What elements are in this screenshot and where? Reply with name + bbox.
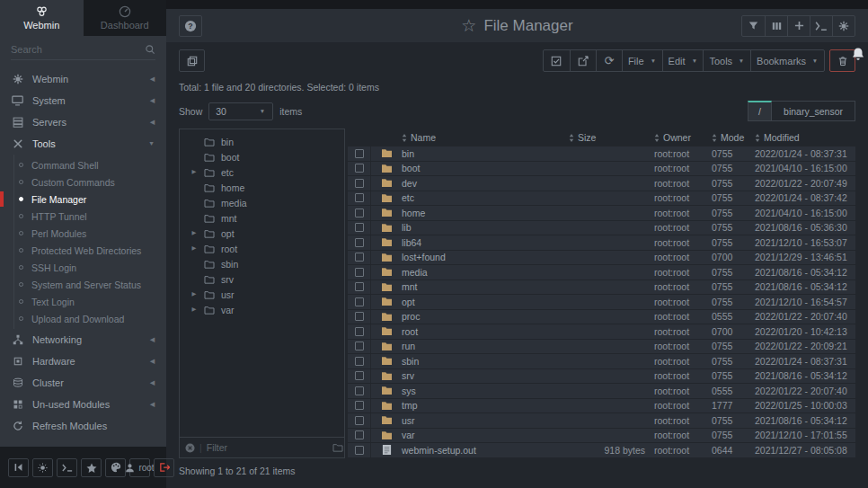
sidebar-item-tools[interactable]: Tools▼	[0, 133, 166, 155]
column-header-mode[interactable]: Mode	[712, 132, 755, 143]
filter-button[interactable]	[742, 16, 765, 36]
file-row-boot[interactable]: bootroot:root07552021/04/10 - 16:15:00	[348, 162, 855, 177]
menu-bookmarks[interactable]: Bookmarks▼	[750, 50, 824, 71]
file-row-dev[interactable]: devroot:root07552022/01/22 - 20:07:49	[348, 176, 855, 191]
breadcrumb-item[interactable]: binary_sensor	[772, 101, 855, 121]
sidebar-item-cluster[interactable]: Cluster◀	[0, 372, 166, 394]
file-row-root[interactable]: rootroot:root07002022/01/20 - 10:42:13	[348, 324, 855, 340]
search-input[interactable]	[11, 44, 145, 55]
collapse-sidebar-button[interactable]	[8, 458, 29, 477]
terminal-button[interactable]	[810, 16, 832, 36]
tree-item-var[interactable]: ▶var	[180, 302, 344, 317]
refresh-button[interactable]: ⟳	[596, 50, 622, 71]
sidebar-item-servers[interactable]: Servers◀	[0, 111, 166, 133]
file-row-webmin-setup.out[interactable]: webmin-setup.out918 bytesroot:root064420…	[348, 443, 855, 458]
sidebar-item-file-manager[interactable]: File Manager	[14, 191, 166, 208]
menu-tools[interactable]: Tools▼	[703, 50, 750, 71]
sidebar-item-protected-web-directories[interactable]: Protected Web Directories	[14, 242, 166, 259]
file-row-sys[interactable]: sysroot:root05552022/01/22 - 20:07:40	[348, 384, 855, 399]
sidebar-item-refresh-modules[interactable]: Refresh Modules	[0, 415, 166, 437]
sidebar-item-system[interactable]: System◀	[0, 90, 166, 111]
file-row-usr[interactable]: usrroot:root07552021/08/16 - 05:34:12	[348, 413, 855, 429]
tree-item-usr[interactable]: ▶usr	[180, 287, 344, 302]
columns-button[interactable]	[765, 16, 787, 36]
tab-dashboard[interactable]: Dashboard	[84, 0, 167, 36]
row-checkbox[interactable]	[355, 268, 364, 277]
favorites-button[interactable]	[81, 458, 102, 477]
file-row-media[interactable]: mediaroot:root07552021/08/16 - 05:34:12	[348, 265, 855, 280]
sidebar-item-upload-and-download[interactable]: Upload and Download	[14, 310, 166, 327]
row-checkbox[interactable]	[355, 297, 364, 306]
menu-file[interactable]: File▼	[622, 50, 662, 71]
add-button[interactable]	[787, 16, 810, 36]
tab-webmin[interactable]: Webmin	[0, 0, 84, 36]
sidebar-item-text-login[interactable]: Text Login	[14, 293, 166, 310]
row-checkbox[interactable]	[355, 342, 364, 350]
row-checkbox[interactable]	[355, 357, 364, 366]
file-row-tmp[interactable]: tmproot:root17772022/01/25 - 10:00:03	[348, 399, 855, 414]
row-checkbox[interactable]	[355, 193, 364, 202]
file-row-mnt[interactable]: mntroot:root07552021/08/16 - 05:34:12	[348, 280, 855, 296]
expander-icon[interactable]: ▶	[191, 291, 197, 297]
copy-path-button[interactable]	[179, 49, 205, 72]
clear-filter-icon[interactable]	[185, 443, 195, 453]
row-checkbox[interactable]	[355, 149, 364, 158]
file-row-opt[interactable]: optroot:root07552021/12/10 - 16:54:57	[348, 295, 855, 310]
file-row-var[interactable]: varroot:root07552021/12/10 - 17:01:55	[348, 429, 855, 444]
file-row-etc[interactable]: etcroot:root07552022/01/24 - 08:37:42	[348, 191, 855, 207]
shell-button[interactable]	[57, 458, 77, 477]
menu-edit[interactable]: Edit▼	[662, 50, 704, 71]
file-row-lib[interactable]: libroot:root07552021/08/16 - 05:36:30	[348, 221, 855, 236]
row-checkbox[interactable]	[355, 371, 364, 380]
folder-icon[interactable]	[332, 443, 343, 452]
settings-button[interactable]	[832, 16, 855, 36]
row-checkbox[interactable]	[355, 179, 364, 188]
row-checkbox[interactable]	[355, 253, 364, 262]
sidebar-item-un-used-modules[interactable]: Un-used Modules◀	[0, 394, 166, 415]
row-checkbox[interactable]	[355, 430, 364, 439]
select-all-button[interactable]	[544, 50, 570, 71]
sidebar-item-system-and-server-status[interactable]: System and Server Status	[14, 276, 166, 293]
row-checkbox[interactable]	[355, 416, 364, 425]
file-row-proc[interactable]: procroot:root05552022/01/22 - 20:07:40	[348, 310, 855, 325]
sidebar-item-hardware[interactable]: Hardware◀	[0, 350, 166, 372]
row-checkbox[interactable]	[355, 164, 364, 173]
file-row-sbin[interactable]: sbinroot:root07552022/01/24 - 08:37:31	[348, 354, 855, 369]
file-row-home[interactable]: homeroot:root07552021/04/10 - 16:15:00	[348, 206, 855, 221]
sidebar-item-ssh-login[interactable]: SSH Login	[14, 259, 166, 276]
column-header-owner[interactable]: Owner	[654, 132, 712, 143]
user-account-button[interactable]: root	[129, 458, 150, 477]
expander-icon[interactable]: ▶	[191, 306, 197, 313]
row-checkbox[interactable]	[355, 401, 364, 410]
expander-icon[interactable]: ▶	[191, 245, 197, 252]
column-header-name[interactable]: Name	[402, 132, 569, 143]
file-row-lib64[interactable]: lib64root:root07552021/12/10 - 16:53:07	[348, 235, 855, 251]
column-header-modified[interactable]: Modified	[755, 132, 855, 143]
sidebar-item-command-shell[interactable]: Command Shell	[14, 156, 166, 173]
palette-button[interactable]	[105, 458, 126, 477]
tree-item-home[interactable]: home	[180, 180, 344, 195]
theme-brightness-button[interactable]	[32, 458, 53, 477]
share-button[interactable]	[570, 50, 596, 71]
column-header-size[interactable]: Size	[569, 132, 654, 143]
expander-icon[interactable]: ▶	[191, 230, 197, 236]
row-checkbox[interactable]	[355, 209, 364, 217]
tree-item-media[interactable]: media	[180, 195, 344, 210]
favorite-star-icon[interactable]: ☆	[461, 15, 476, 36]
tree-item-opt[interactable]: ▶opt	[180, 226, 344, 241]
help-button[interactable]: ?	[179, 15, 202, 37]
file-row-lost+found[interactable]: lost+foundroot:root07002021/12/29 - 13:4…	[348, 251, 855, 266]
expander-icon[interactable]: ▶	[191, 169, 197, 175]
notifications-bell-icon[interactable]	[851, 47, 865, 61]
row-checkbox[interactable]	[355, 282, 364, 291]
tree-item-sbin[interactable]: sbin	[180, 256, 344, 271]
sidebar-item-http-tunnel[interactable]: HTTP Tunnel	[14, 208, 166, 225]
row-checkbox[interactable]	[355, 238, 364, 247]
tree-item-boot[interactable]: boot	[180, 149, 344, 164]
tree-item-mnt[interactable]: mnt	[180, 210, 344, 226]
tree-filter-input[interactable]	[207, 442, 328, 453]
tree-item-bin[interactable]: bin	[180, 134, 344, 149]
row-checkbox[interactable]	[355, 386, 364, 395]
logout-button[interactable]	[154, 458, 174, 477]
row-checkbox[interactable]	[355, 446, 364, 455]
